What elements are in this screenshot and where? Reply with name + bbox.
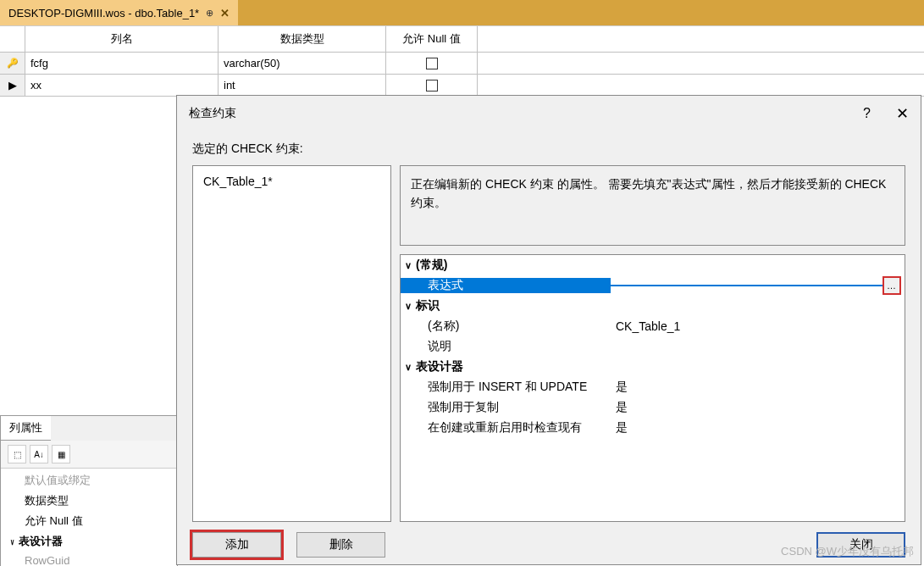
chevron-down-icon: ∨ xyxy=(401,301,416,312)
prop-description[interactable]: 说明 xyxy=(401,336,905,357)
dialog-titlebar: 检查约束 ? ✕ xyxy=(177,96,921,130)
header-selector xyxy=(0,26,25,52)
sort-icon[interactable]: A↓ xyxy=(30,445,48,463)
watermark: CSDN @W少年没有乌托邦 xyxy=(781,544,914,559)
dialog-title-text: 检查约束 xyxy=(189,106,236,121)
ellipsis-button[interactable]: … xyxy=(883,276,901,295)
grid-header-row: 列名 数据类型 允许 Null 值 xyxy=(0,26,924,53)
columns-grid: 列名 数据类型 允许 Null 值 🔑 fcfg varchar(50) ▶ x… xyxy=(0,25,924,97)
pin-icon[interactable]: ⊕ xyxy=(206,8,213,19)
prop-enforce-replication[interactable]: 强制用于复制 是 xyxy=(401,397,905,418)
properties-toolbar: ⬚ A↓ ▦ xyxy=(1,441,177,469)
close-dialog-icon[interactable]: ✕ xyxy=(896,104,909,123)
prop-default-value[interactable]: 默认值或绑定 xyxy=(1,470,177,491)
right-pane: 正在编辑新的 CHECK 约束 的属性。 需要先填充"表达式"属性，然后才能接受… xyxy=(400,165,905,522)
header-column-name[interactable]: 列名 xyxy=(25,26,219,52)
prop-group-general[interactable]: ∨ (常规) xyxy=(401,255,905,275)
row-selector[interactable]: 🔑 xyxy=(0,53,25,74)
primary-key-icon: 🔑 xyxy=(7,58,19,69)
cell-column-name[interactable]: fcfg xyxy=(25,53,219,74)
dialog-main: CK_Table_1* 正在编辑新的 CHECK 约束 的属性。 需要先填充"表… xyxy=(192,165,905,522)
current-row-icon: ▶ xyxy=(8,79,17,92)
cell-allow-null[interactable] xyxy=(386,53,478,74)
tab-title: DESKTOP-DIGMIII.wos - dbo.Table_1* xyxy=(8,7,199,19)
add-button[interactable]: 添加 xyxy=(192,532,281,558)
categorized-icon[interactable]: ⬚ xyxy=(8,445,26,463)
document-tab[interactable]: DESKTOP-DIGMIII.wos - dbo.Table_1* ⊕ ✕ xyxy=(0,0,238,25)
expression-value[interactable] xyxy=(611,285,883,286)
chevron-down-icon: ∨ xyxy=(401,260,416,271)
tab-bar: DESKTOP-DIGMIII.wos - dbo.Table_1* ⊕ ✕ xyxy=(0,0,924,25)
chevron-down-icon: ∨ xyxy=(401,362,416,373)
header-allow-null[interactable]: 允许 Null 值 xyxy=(386,26,478,52)
grid-row[interactable]: 🔑 fcfg varchar(50) xyxy=(0,53,924,75)
properties-grid: ∨ (常规) 表达式 … ∨ 标识 (名称) CK_Table_1 xyxy=(400,254,905,522)
chevron-down-icon: ∨ xyxy=(10,537,14,547)
column-properties-panel: 列属性 ⬚ A↓ ▦ 默认值或绑定 数据类型 允许 Null 值 ∨表设计器 R… xyxy=(0,415,178,566)
pages-icon[interactable]: ▦ xyxy=(52,445,70,463)
cell-allow-null[interactable] xyxy=(386,75,478,96)
prop-name[interactable]: (名称) CK_Table_1 xyxy=(401,316,905,336)
row-selector[interactable]: ▶ xyxy=(0,75,25,96)
null-checkbox[interactable] xyxy=(426,80,438,92)
constraint-item[interactable]: CK_Table_1* xyxy=(200,173,384,190)
cell-data-type[interactable]: varchar(50) xyxy=(219,53,386,74)
prop-group-table-designer[interactable]: ∨ 表设计器 xyxy=(401,357,905,377)
prop-data-type[interactable]: 数据类型 xyxy=(1,491,177,511)
help-icon[interactable]: ? xyxy=(863,106,871,121)
section-label: 选定的 CHECK 约束: xyxy=(192,136,905,165)
prop-check-existing[interactable]: 在创建或重新启用时检查现有 是 xyxy=(401,418,905,438)
grid-row[interactable]: ▶ xx int xyxy=(0,75,924,97)
close-tab-icon[interactable]: ✕ xyxy=(220,7,230,19)
delete-button[interactable]: 删除 xyxy=(296,532,385,558)
properties-list: 默认值或绑定 数据类型 允许 Null 值 ∨表设计器 RowGuid xyxy=(1,469,177,566)
header-data-type[interactable]: 数据类型 xyxy=(219,26,386,52)
null-checkbox[interactable] xyxy=(426,58,438,69)
cell-column-name[interactable]: xx xyxy=(25,75,219,96)
prop-rowguid[interactable]: RowGuid xyxy=(1,552,177,566)
prop-expression[interactable]: 表达式 … xyxy=(401,275,905,296)
cell-data-type[interactable]: int xyxy=(219,75,386,96)
prop-group-identity[interactable]: ∨ 标识 xyxy=(401,296,905,316)
prop-allow-null[interactable]: 允许 Null 值 xyxy=(1,511,177,531)
description-box: 正在编辑新的 CHECK 约束 的属性。 需要先填充"表达式"属性，然后才能接受… xyxy=(400,165,905,246)
check-constraints-dialog: 检查约束 ? ✕ 选定的 CHECK 约束: CK_Table_1* 正在编辑新… xyxy=(176,95,921,565)
dialog-body: 选定的 CHECK 约束: CK_Table_1* 正在编辑新的 CHECK 约… xyxy=(177,130,921,564)
prop-group-table-designer[interactable]: ∨表设计器 xyxy=(1,531,177,552)
column-properties-tab[interactable]: 列属性 xyxy=(1,416,51,441)
constraint-list[interactable]: CK_Table_1* xyxy=(192,165,391,522)
prop-enforce-insert-update[interactable]: 强制用于 INSERT 和 UPDATE 是 xyxy=(401,377,905,397)
